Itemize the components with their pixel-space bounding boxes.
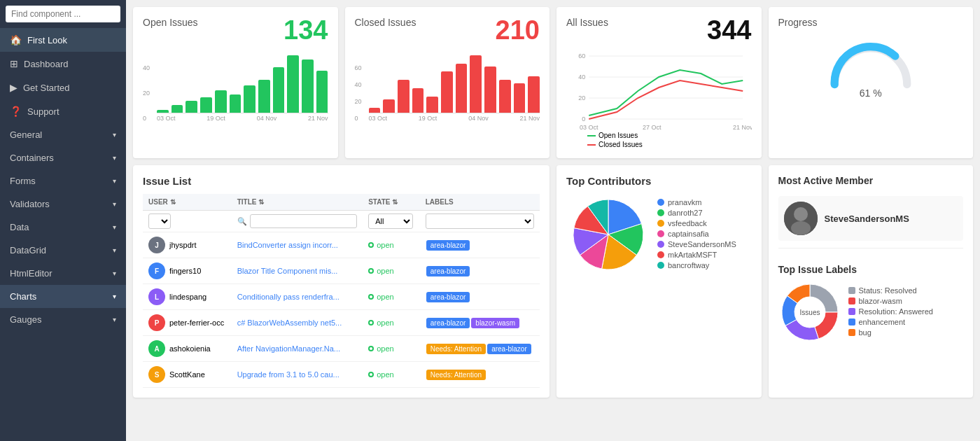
state-dot [368, 372, 374, 377]
progress-card: Progress 61 % [769, 7, 974, 158]
contributor-name: bancroftway [668, 261, 709, 270]
sidebar-section-datagrid[interactable]: DataGrid ▾ [0, 239, 126, 262]
sidebar-item-get-started[interactable]: ▶ Get Started [0, 76, 126, 99]
bar [273, 67, 285, 113]
user-filter-select[interactable] [148, 214, 171, 229]
labels-donut: Issues [778, 281, 841, 344]
progress-title: Progress [778, 17, 818, 28]
table-row: F fingers10 Blazor Title Component mis..… [143, 258, 540, 284]
x-labels-closed: 03 Oct 19 Oct 04 Nov 21 Nov [369, 115, 540, 122]
state-badge: open [368, 344, 414, 353]
open-issues-count: 134 [284, 17, 328, 43]
issue-link[interactable]: Blazor Title Component mis... [237, 267, 338, 275]
username: lindespang [169, 293, 206, 301]
all-issues-count: 344 [707, 17, 751, 43]
chart-baseline-closed [369, 113, 540, 113]
issue-link[interactable]: Upgrade from 3.1 to 5.0 cau... [237, 370, 340, 379]
chevron-down-icon: ▾ [113, 316, 116, 323]
bar [316, 71, 328, 113]
label-name: Status: Resolved [859, 286, 917, 295]
bar [456, 64, 468, 113]
help-icon: ❓ [10, 106, 22, 117]
bar [302, 59, 314, 113]
closed-issues-chart: 60 40 20 0 03 Oct 19 Oct 04 Nov 21 Nov [355, 64, 540, 134]
sidebar-item-support[interactable]: ❓ Support [0, 99, 126, 123]
labels-filter-select[interactable] [426, 214, 534, 229]
member-avatar [784, 202, 818, 235]
legend-item: captainsafia [657, 230, 736, 238]
main-content: Open Issues 134 40 20 0 03 Oct 19 Oct 04… [126, 0, 980, 441]
sidebar-section-general[interactable]: General ▾ [0, 123, 126, 146]
bar [484, 66, 496, 113]
search-input[interactable] [6, 6, 120, 22]
top-labels-section: Top Issue Labels Issues Status: Resolved… [778, 264, 964, 344]
issue-table: USER ⇅ TITLE ⇅ STATE ⇅ LABELS [143, 194, 540, 388]
legend-dot [657, 262, 664, 269]
contributor-name: danroth27 [668, 209, 703, 217]
closed-issues-card: Closed Issues 210 60 40 20 0 03 Oct 19 O… [345, 7, 550, 158]
sidebar-section-forms[interactable]: Forms ▾ [0, 169, 126, 192]
play-icon: ▶ [10, 82, 18, 93]
col-title[interactable]: TITLE ⇅ [232, 194, 363, 211]
username: ScottKane [169, 370, 205, 379]
sidebar-item-dashboard[interactable]: ⊞ Dashboard [0, 52, 126, 76]
all-issues-card: All Issues 344 60 40 20 0 03 Oct [556, 7, 762, 158]
issue-link[interactable]: c# BlazorWebAssembly net5... [237, 318, 342, 327]
bar [287, 55, 299, 113]
label-tag: Needs: Attention [426, 370, 486, 380]
username: ashokoienia [169, 344, 211, 353]
contributor-name: vsfeedback [668, 219, 707, 227]
sidebar-item-first-look[interactable]: 🏠 First Look [0, 28, 126, 52]
legend-open: Open Issues [587, 132, 752, 139]
y-axis-open: 40 20 0 [143, 64, 153, 122]
contributors-legend: pranavkm danroth27 vsfeedback captainsaf… [657, 198, 736, 272]
bar [528, 76, 540, 113]
sidebar-section-charts[interactable]: Charts ▾ [0, 285, 126, 308]
bar [200, 97, 212, 113]
legend-item: vsfeedback [657, 219, 736, 227]
state-filter-select[interactable]: All open closed [368, 214, 413, 229]
chevron-down-icon: ▾ [113, 293, 116, 300]
grid-icon: ⊞ [10, 58, 18, 69]
state-badge: open [368, 318, 414, 327]
sidebar-section-gauges[interactable]: Gauges ▾ [0, 308, 126, 331]
state-label: open [377, 267, 393, 275]
issue-link[interactable]: After NavigationManager.Na... [237, 344, 340, 353]
label-color-dot [848, 318, 855, 326]
sidebar-section-containers[interactable]: Containers ▾ [0, 146, 126, 169]
contributors-title: Top Contributors [566, 175, 651, 187]
svg-text:03 Oct: 03 Oct [580, 124, 598, 131]
chart-baseline [157, 113, 328, 113]
top-labels-layout: Issues Status: Resolved blazor-wasm Reso… [778, 281, 964, 344]
issue-link[interactable]: Conditionally pass renderfra... [237, 293, 340, 301]
label-legend-item: Resolution: Answered [848, 307, 933, 316]
label-color-dot [848, 308, 855, 315]
legend-item: SteveSandersonMS [657, 240, 736, 248]
bar [258, 80, 270, 113]
filter-row: 🔍 All open closed [143, 211, 540, 232]
sidebar-section-htmleditor[interactable]: HtmlEditor ▾ [0, 262, 126, 285]
chevron-down-icon: ▾ [113, 131, 116, 139]
donut-center-label: Issues [799, 309, 820, 316]
col-user[interactable]: USER ⇅ [143, 194, 232, 211]
issue-link[interactable]: BindConverter assign incorr... [237, 241, 338, 249]
bar [499, 80, 511, 113]
sidebar-section-validators[interactable]: Validators ▾ [0, 192, 126, 216]
label-tag: area-blazor [487, 344, 531, 354]
col-state[interactable]: STATE ⇅ [363, 194, 420, 211]
state-dot [368, 242, 374, 248]
search-box [0, 0, 126, 28]
closed-issues-count: 210 [496, 17, 540, 43]
user-cell: S ScottKane [148, 366, 226, 383]
avatar: S [148, 366, 165, 383]
title-search-input[interactable] [250, 214, 358, 228]
legend-item: danroth27 [657, 209, 736, 217]
legend-item: mkArtakMSFT [657, 251, 736, 259]
sidebar-section-data[interactable]: Data ▾ [0, 216, 126, 239]
right-bottom-card: Most Active Member SteveSandersonMS Top … [769, 165, 974, 398]
state-dot [368, 294, 374, 300]
contributor-name: pranavkm [668, 198, 701, 206]
bar [514, 83, 526, 113]
table-row: L lindespang Conditionally pass renderfr… [143, 284, 540, 310]
labels-cell: area-blazor [420, 232, 540, 258]
